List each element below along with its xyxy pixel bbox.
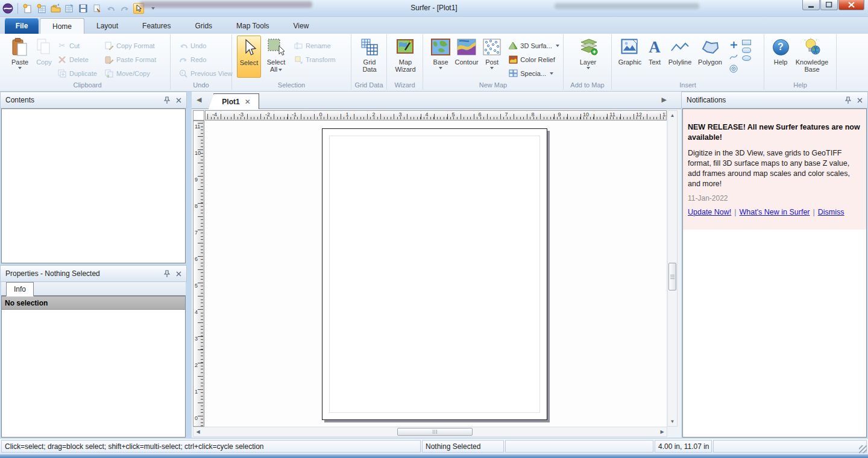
horizontal-scroll-thumb[interactable] [397,428,473,436]
dropdown-caret [278,69,282,71]
close-tab-icon[interactable]: ✕ [245,98,251,106]
move-copy-icon [104,69,114,78]
ellipse-icon[interactable] [742,55,751,61]
tab-view[interactable]: View [281,18,321,34]
select-all-icon [266,37,286,57]
move-copy-button[interactable]: Move/Copy [102,66,163,80]
select-all-button[interactable]: Select All [263,36,289,73]
rename-icon [294,41,303,51]
color-relief-button[interactable]: Color Relief [506,52,562,66]
copy-format-button[interactable]: Copy Format [102,39,163,52]
paste-button[interactable]: Paste [7,36,33,69]
ruler-number: 11 [609,111,615,118]
layer-button[interactable]: Layer [574,36,602,69]
3d-surface-button[interactable]: 3D Surfa... [506,39,562,52]
rename-button[interactable]: Rename [292,39,350,52]
cut-button[interactable]: ✂Cut [55,39,102,52]
close-button[interactable] [838,0,864,10]
close-panel-icon[interactable] [857,98,863,103]
contour-map-button[interactable]: Contour [452,36,481,66]
document-tab-plot1[interactable]: Plot1 ✕ [213,93,259,109]
spline-icon[interactable] [729,52,738,61]
pin-icon[interactable] [164,96,170,104]
group-label: Selection [232,81,351,89]
ruler-number: 9 [558,111,561,118]
map-wizard-button[interactable]: Map Wizard [391,36,420,73]
vertical-scroll-thumb[interactable] [668,263,676,290]
transform-button[interactable]: Transform [292,52,350,66]
pin-icon[interactable] [845,96,851,104]
dismiss-link[interactable]: Dismiss [818,208,844,216]
dropdown-caret [587,67,590,69]
tab-home[interactable]: Home [40,18,84,34]
graphic-button[interactable]: Graphic [615,36,644,66]
copy-button[interactable]: Copy [33,36,55,66]
notification-card: NEW RELEASE! All new Surfer features are… [683,109,866,230]
tab-file[interactable]: File [5,18,39,34]
horizontal-scrollbar[interactable]: ◀ ▶ [193,427,667,437]
scroll-left-icon[interactable]: ◀ [193,427,203,436]
rectangle-icon[interactable] [742,40,751,45]
resize-grip[interactable] [859,445,867,453]
vertical-ruler[interactable]: 11109876543210 [193,121,204,427]
ruler-number: 6 [478,111,481,118]
tab-scroll-left-icon[interactable]: ◀ [197,96,201,104]
ribbon-group-insert: Graphic A Text Polyline Polygon [612,34,764,90]
undo-button[interactable]: Undo [177,39,231,52]
copy-icon [34,37,54,57]
polygon-button[interactable]: Polygon [695,36,725,66]
duplicate-button[interactable]: Duplicate [55,66,102,80]
knowledge-base-button[interactable]: Knowledge Base [792,36,832,73]
scroll-up-icon[interactable]: ▲ [668,111,677,120]
plot-canvas[interactable] [205,121,666,427]
tab-info[interactable]: Info [6,282,34,296]
grid-data-button[interactable]: Grid Data [356,36,383,73]
close-panel-icon[interactable] [176,271,181,277]
concentric-circles-icon[interactable] [729,64,738,74]
3d-surface-icon [508,41,518,51]
horizontal-ruler[interactable]: -4-3-2-1012345678910111213 [205,110,667,121]
base-map-icon [431,37,450,57]
redo-button[interactable]: Redo [177,52,231,66]
tab-scroll-right-icon[interactable]: ▶ [662,96,667,104]
page[interactable] [322,128,547,420]
grid-data-icon [360,37,379,57]
tab-map-tools[interactable]: Map Tools [224,18,281,34]
status-coordinates: 4.00 in, 11.07 in [655,440,712,453]
minimize-button[interactable] [802,0,820,10]
duplicate-icon [57,69,67,78]
restore-button[interactable] [820,0,838,10]
base-map-button[interactable]: Base [429,36,452,69]
contents-panel-body[interactable] [1,108,186,263]
post-map-button[interactable]: Post [481,36,503,69]
status-blank-1 [505,440,653,453]
notifications-panel-body: NEW RELEASE! All new Surfer features are… [682,108,867,438]
paste-format-button[interactable]: Paste Format [102,52,163,66]
scroll-down-icon[interactable]: ▼ [668,417,677,426]
vertical-scrollbar[interactable]: ▲ ▼ [667,110,678,427]
notification-headline: NEW RELEASE! All new Surfer features are… [688,122,861,143]
polyline-button[interactable]: Polyline [665,36,695,66]
update-now-link[interactable]: Update Now! [688,208,731,216]
delete-button[interactable]: Delete [55,52,102,66]
select-button[interactable]: Select [237,36,261,78]
special-maps-button[interactable]: Specia... [506,66,562,80]
rounded-rectangle-icon[interactable] [742,48,751,53]
text-button[interactable]: A Text [644,36,665,66]
page-margins [329,136,540,413]
tab-grids[interactable]: Grids [183,18,224,34]
pin-icon[interactable] [164,270,170,278]
ruler-number: 0 [195,415,198,421]
group-label: Undo [171,81,231,89]
symbol-icon[interactable] [729,40,738,49]
tab-layout[interactable]: Layout [84,18,130,34]
help-button[interactable]: ? Help [769,36,792,66]
ribbon-group-clipboard: Paste Copy ✂Cut Delete Duplicate Copy Fo… [5,34,171,90]
previous-view-button[interactable]: Previous View [177,66,231,80]
ribbon-group-undo: Undo Redo Previous View Undo [171,34,232,90]
close-panel-icon[interactable] [176,98,181,103]
whats-new-link[interactable]: What's New in Surfer [740,208,810,216]
dropdown-caret [556,45,559,47]
tab-features[interactable]: Features [130,18,183,34]
scroll-right-icon[interactable]: ▶ [658,427,667,436]
